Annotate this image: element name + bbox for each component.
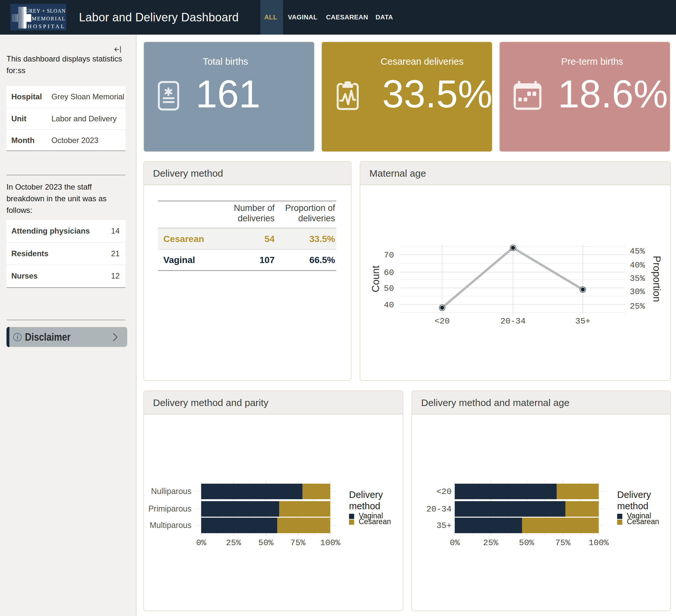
svg-text:30%: 30% [630, 287, 645, 297]
svg-text:70: 70 [384, 250, 394, 260]
svg-text:35+: 35+ [436, 521, 452, 530]
svg-text:Delivery: Delivery [349, 490, 383, 500]
svg-text:50%: 50% [519, 538, 534, 548]
svg-text:Count: Count [370, 265, 381, 292]
svg-text:0%: 0% [196, 538, 206, 548]
svg-text:0%: 0% [450, 538, 460, 548]
svg-text:Primiparous: Primiparous [149, 504, 191, 513]
svg-text:66.5%: 66.5% [309, 255, 335, 265]
svg-text:100%: 100% [589, 538, 609, 548]
svg-text:Number of: Number of [234, 203, 275, 213]
svg-text:HOSPITAL: HOSPITAL [27, 23, 66, 30]
svg-text:107: 107 [260, 255, 275, 265]
svg-text:Multiparous: Multiparous [150, 520, 191, 529]
svg-text:100%: 100% [320, 538, 341, 548]
svg-text:Cesarean: Cesarean [359, 517, 391, 526]
svg-text:Cesarean: Cesarean [163, 234, 204, 244]
svg-text:Vaginal: Vaginal [163, 255, 195, 265]
svg-text:25%: 25% [630, 301, 645, 311]
svg-text:35+: 35+ [575, 317, 590, 326]
svg-text:35%: 35% [630, 274, 645, 283]
svg-text:method: method [617, 501, 649, 511]
svg-text:Proportion of: Proportion of [285, 203, 335, 213]
svg-text:deliveries: deliveries [298, 214, 335, 223]
svg-text:method: method [349, 501, 380, 511]
svg-text:33.5%: 33.5% [309, 234, 335, 244]
svg-text:Proportion: Proportion [651, 256, 662, 302]
svg-text:<20: <20 [436, 487, 452, 497]
svg-text:<20: <20 [435, 317, 450, 326]
svg-text:45%: 45% [630, 246, 645, 256]
svg-text:25%: 25% [483, 538, 498, 548]
svg-text:25%: 25% [226, 538, 241, 548]
svg-text:i: i [16, 334, 18, 341]
svg-text:75%: 75% [290, 538, 306, 548]
svg-text:60: 60 [384, 268, 394, 278]
svg-text:MEMORIAL: MEMORIAL [32, 16, 66, 21]
svg-text:GREY + SLOAN: GREY + SLOAN [25, 8, 66, 14]
svg-text:40%: 40% [630, 261, 645, 270]
svg-text:50: 50 [384, 284, 394, 293]
svg-text:54: 54 [265, 234, 275, 244]
svg-text:20-34: 20-34 [426, 504, 452, 514]
svg-text:40: 40 [384, 300, 394, 310]
svg-text:Cesarean: Cesarean [627, 517, 659, 526]
svg-text:Nulliparous: Nulliparous [151, 487, 191, 496]
svg-text:deliveries: deliveries [238, 214, 275, 223]
svg-text:50%: 50% [259, 538, 274, 548]
svg-text:20-34: 20-34 [500, 317, 525, 326]
svg-text:Delivery: Delivery [617, 490, 651, 500]
svg-text:75%: 75% [555, 538, 571, 548]
